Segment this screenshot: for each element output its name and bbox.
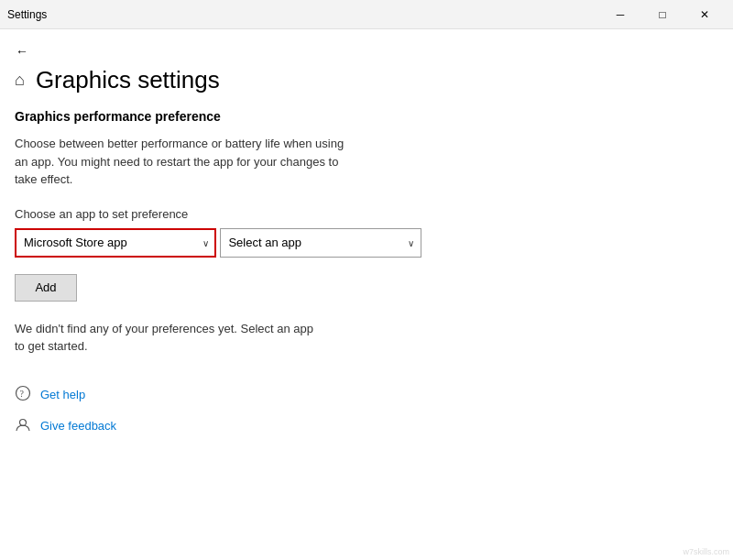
watermark: w7skills.com [683,547,729,556]
help-links: ? Get help Give feedback [15,385,718,436]
title-bar-controls: ─ □ ✕ [599,0,726,29]
give-feedback-link[interactable]: Give feedback [15,416,718,436]
app-type-dropdown[interactable]: Microsoft Store app Desktop app [15,228,216,258]
back-button[interactable]: ← [0,29,44,73]
maximize-button[interactable]: □ [641,0,684,29]
add-button[interactable]: Add [15,274,77,302]
close-button[interactable]: ✕ [684,0,726,29]
get-help-label: Get help [40,388,85,401]
page-title: Graphics settings [36,66,220,94]
svg-text:?: ? [20,389,25,399]
give-feedback-icon [15,416,31,436]
back-icon: ← [16,44,28,59]
give-feedback-label: Give feedback [40,419,116,433]
empty-state-text: We didn't find any of your preferences y… [15,320,326,356]
section-description: Choose between better performance or bat… [15,135,345,189]
title-bar: Settings ─ □ ✕ [0,0,733,29]
title-bar-title: Settings [7,8,47,21]
add-button-label: Add [35,280,56,294]
section-title: Graphics performance preference [15,109,718,124]
main-content: ⌂ Graphics settings Graphics performance… [0,59,733,462]
app-type-dropdown-container: Microsoft Store app Desktop app ∨ [15,228,216,258]
minimize-button[interactable]: ─ [599,0,641,29]
select-app-dropdown[interactable]: Select an app [220,228,421,258]
get-help-link[interactable]: ? Get help [15,385,718,405]
title-bar-left: Settings [7,8,47,21]
page-header: ⌂ Graphics settings [15,59,718,109]
get-help-icon: ? [15,385,31,405]
select-app-dropdown-container: Select an app ∨ [220,228,421,258]
home-icon: ⌂ [15,71,25,90]
choose-label: Choose an app to set preference [15,207,718,221]
